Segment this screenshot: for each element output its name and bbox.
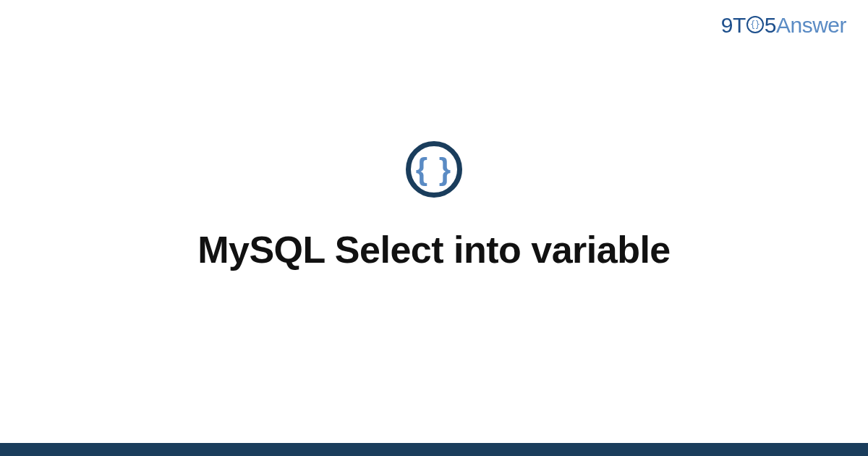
- braces-glyph: { }: [416, 154, 452, 185]
- braces-icon: { }: [406, 141, 462, 198]
- page-title: MySQL Select into variable: [197, 228, 671, 271]
- main-content: { } MySQL Select into variable: [0, 0, 868, 456]
- footer-accent-bar: [0, 443, 868, 456]
